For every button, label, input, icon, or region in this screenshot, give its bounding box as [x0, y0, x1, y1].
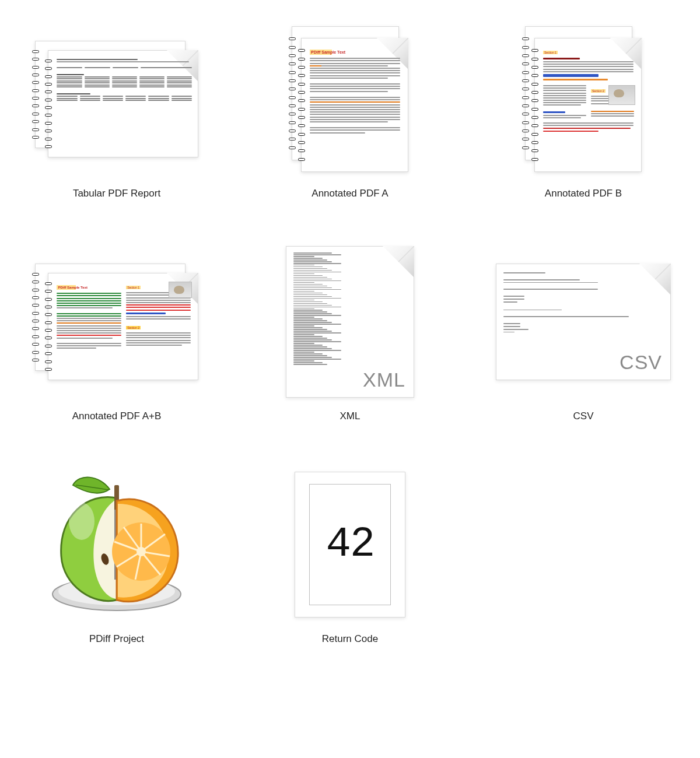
caption-annotated-ab: Annotated PDF A+B	[72, 410, 162, 422]
item-tabular-pdf[interactable]: Tabular PDF Report	[23, 23, 210, 199]
item-xml[interactable]: XML XML	[257, 246, 443, 422]
section-label: Section 1	[543, 51, 558, 54]
file-type-grid: Tabular PDF Report PDiff Sample Text	[12, 23, 688, 645]
page-curl-icon	[383, 246, 414, 278]
file-badge: CSV	[620, 351, 662, 374]
doc-title: PDiff Sample Text	[57, 285, 89, 290]
stacked-pages-icon: 1 PDiff Sample Text	[35, 264, 198, 380]
caption-annotated-a: Annotated PDF A	[312, 188, 388, 199]
item-csv[interactable]: CSV CSV	[490, 246, 677, 422]
thumb-tabular-pdf	[23, 23, 210, 175]
caption-pdiff-project: PDiff Project	[89, 633, 144, 645]
caption-xml: XML	[340, 410, 360, 422]
stacked-pages-icon: Section 1 Section 2	[525, 26, 642, 172]
item-annotated-ab[interactable]: 1 PDiff Sample Text	[23, 246, 210, 422]
stacked-pages-icon: PDiff Sample Text	[292, 26, 408, 172]
file-badge: XML	[363, 369, 405, 391]
item-pdiff-project[interactable]: PDiff Project	[23, 469, 210, 645]
svg-point-16	[69, 503, 94, 540]
doc-title: PDiff Sample Text	[310, 50, 346, 55]
thumb-xml: XML	[257, 246, 443, 398]
file-page-icon: CSV	[496, 264, 671, 380]
return-code-value: 42	[326, 521, 374, 568]
caption-csv: CSV	[573, 410, 594, 422]
item-annotated-b[interactable]: Section 1 Section 2	[490, 23, 677, 199]
caption-tabular-pdf: Tabular PDF Report	[73, 188, 160, 199]
page-curl-icon	[639, 264, 671, 295]
caption-annotated-b: Annotated PDF B	[545, 188, 622, 199]
embedded-image-icon	[608, 85, 635, 105]
thumb-csv: CSV	[490, 246, 677, 398]
thumb-return-code: 42	[257, 469, 443, 620]
file-page-icon: XML	[286, 246, 414, 398]
item-annotated-a[interactable]: PDiff Sample Text	[257, 23, 443, 199]
thumb-annotated-b: Section 1 Section 2	[490, 23, 677, 175]
pdiff-logo-icon	[41, 469, 192, 620]
item-return-code[interactable]: 42 Return Code	[257, 469, 443, 645]
svg-point-15	[136, 547, 146, 556]
caption-return-code: Return Code	[322, 633, 378, 645]
embedded-image-icon	[169, 282, 192, 298]
thumb-annotated-a: PDiff Sample Text	[257, 23, 443, 175]
thumb-annotated-ab: 1 PDiff Sample Text	[23, 246, 210, 398]
stacked-pages-icon	[35, 41, 198, 157]
thumb-pdiff-project	[23, 469, 210, 620]
file-page-icon: 42	[295, 472, 405, 617]
